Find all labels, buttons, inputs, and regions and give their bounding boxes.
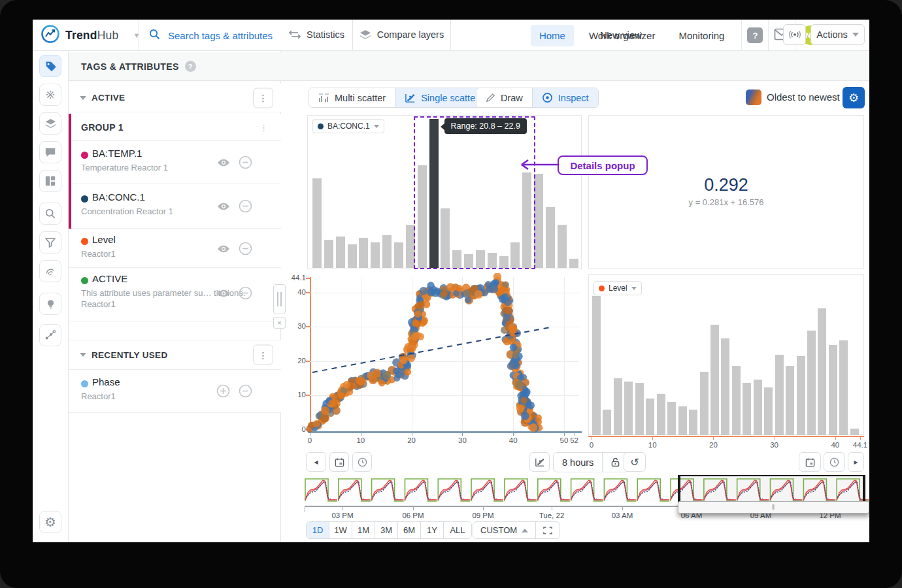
- range-6m-button[interactable]: 6M: [398, 522, 421, 538]
- histogram-bar[interactable]: [710, 325, 719, 435]
- histogram-bar[interactable]: [336, 237, 345, 268]
- y-histogram-tag-chip[interactable]: Level: [593, 281, 642, 295]
- histogram-bar[interactable]: [721, 338, 729, 435]
- range-1d-button[interactable]: 1D: [307, 522, 329, 538]
- histogram-bar[interactable]: [818, 308, 826, 435]
- histogram-bar[interactable]: [603, 410, 611, 435]
- visibility-eye-icon[interactable]: [217, 158, 230, 170]
- range-all-button[interactable]: ALL: [444, 522, 471, 538]
- brand-chevron-down-icon[interactable]: ▼: [133, 31, 140, 39]
- help-icon[interactable]: ?: [747, 27, 763, 43]
- visibility-eye-icon[interactable]: [217, 202, 230, 214]
- comments-icon[interactable]: [39, 141, 61, 163]
- settings-gear-icon[interactable]: ⚙: [39, 511, 61, 533]
- recommendations-bulb-icon[interactable]: [39, 293, 61, 315]
- histogram-bar[interactable]: [534, 174, 543, 268]
- fit-range-button[interactable]: [536, 522, 560, 538]
- remove-minus-icon[interactable]: [239, 242, 252, 258]
- tag-row-ba-temp-1[interactable]: BA:TEMP.1 Temperature Reactor 1: [69, 141, 281, 184]
- histogram-bar[interactable]: [678, 406, 687, 435]
- range-1w-button[interactable]: 1W: [329, 522, 352, 538]
- tag-row-active-attribute[interactable]: ACTIVE This attribute uses parameter su……: [69, 268, 281, 321]
- duration-value[interactable]: 8 hours: [554, 453, 603, 472]
- histogram-bar[interactable]: [764, 387, 773, 435]
- range-1m-button[interactable]: 1M: [352, 522, 375, 538]
- histogram-bar[interactable]: [324, 240, 333, 268]
- events-sparkle-icon[interactable]: [39, 84, 61, 106]
- remove-minus-icon[interactable]: [239, 155, 252, 172]
- histogram-bar[interactable]: [797, 356, 805, 435]
- remove-minus-icon[interactable]: [239, 199, 252, 216]
- histogram-bar[interactable]: [700, 372, 709, 435]
- search-tool-icon[interactable]: [39, 203, 61, 225]
- tag-row-ba-conc-1[interactable]: BA:CONC.1 Concentration Reactor 1: [69, 184, 281, 229]
- model-scatter-icon[interactable]: [39, 324, 61, 346]
- actions-button[interactable]: Actions: [810, 24, 865, 45]
- histogram-bar[interactable]: [829, 345, 837, 435]
- group-menu-button[interactable]: ⋮: [259, 122, 268, 132]
- histogram-bar[interactable]: [786, 366, 794, 435]
- histogram-bar[interactable]: [371, 242, 380, 268]
- histogram-bar[interactable]: [348, 244, 357, 268]
- histogram-bar[interactable]: [689, 410, 697, 435]
- histogram-bar[interactable]: [775, 355, 784, 435]
- histogram-bar[interactable]: [382, 235, 392, 268]
- histogram-selection-box[interactable]: [414, 116, 536, 269]
- histogram-bar[interactable]: [359, 238, 368, 268]
- filter-icon[interactable]: [39, 231, 61, 253]
- collapse-chevron-icon[interactable]: [80, 353, 86, 357]
- histogram-bar[interactable]: [839, 340, 848, 435]
- chart-settings-gear-button[interactable]: ⚙: [843, 87, 865, 108]
- histogram-bar[interactable]: [614, 378, 622, 435]
- visibility-eye-icon[interactable]: [217, 289, 230, 301]
- add-plus-icon[interactable]: [216, 384, 230, 400]
- tags-icon[interactable]: [39, 55, 61, 77]
- group-row[interactable]: GROUP 1 ⋮: [69, 114, 281, 141]
- range-1y-button[interactable]: 1Y: [421, 522, 444, 538]
- histogram-bar[interactable]: [592, 296, 601, 435]
- custom-range-button[interactable]: CUSTOM: [473, 522, 536, 538]
- histogram-bar[interactable]: [657, 394, 665, 435]
- histogram-bar[interactable]: [312, 178, 322, 268]
- range-3m-button[interactable]: 3M: [375, 522, 398, 538]
- sidebar-help-icon[interactable]: ?: [185, 61, 196, 72]
- histogram-bar[interactable]: [569, 259, 578, 268]
- start-time-button[interactable]: [352, 452, 372, 472]
- timeline-selection-window[interactable]: [678, 475, 865, 502]
- section-active[interactable]: ACTIVE ⋮: [69, 84, 281, 112]
- histogram-bar[interactable]: [558, 225, 567, 268]
- step-back-button[interactable]: ◂: [306, 452, 326, 472]
- inspect-button[interactable]: Inspect: [533, 88, 598, 107]
- scatter-time-mode-button[interactable]: [529, 452, 550, 472]
- x-histogram-tag-chip[interactable]: BA:CONC.1: [312, 119, 384, 133]
- single-scatter-button[interactable]: Single scatter: [395, 88, 488, 107]
- multi-scatter-button[interactable]: Multi scatter: [309, 88, 395, 107]
- timeline-selection-handle[interactable]: ‖: [678, 501, 869, 514]
- scatter-plot[interactable]: [305, 273, 586, 435]
- visibility-eye-icon[interactable]: [217, 244, 230, 256]
- histogram-bar[interactable]: [732, 366, 741, 435]
- active-section-menu-button[interactable]: ⋮: [253, 88, 273, 108]
- step-forward-button[interactable]: ▸: [848, 452, 864, 472]
- histogram-bar[interactable]: [624, 382, 633, 435]
- sidebar-resize-handle[interactable]: [273, 284, 286, 314]
- collapse-chevron-icon[interactable]: [80, 96, 86, 100]
- tag-row-level[interactable]: Level Reactor1: [69, 229, 281, 268]
- remove-minus-icon[interactable]: [239, 384, 252, 400]
- end-time-button[interactable]: [824, 452, 845, 472]
- histogram-bar[interactable]: [850, 429, 859, 435]
- tag-row-phase[interactable]: Phase Reactor1: [69, 370, 281, 413]
- live-broadcast-button[interactable]: [783, 24, 806, 45]
- histogram-bar[interactable]: [635, 383, 644, 435]
- recent-section-menu-button[interactable]: ⋮: [253, 345, 273, 365]
- histogram-bar[interactable]: [743, 383, 751, 435]
- sidebar-collapse-close-icon[interactable]: ×: [273, 317, 286, 329]
- section-recently-used[interactable]: RECENTLY USED ⋮: [69, 340, 281, 370]
- dashboard-icon[interactable]: [39, 170, 61, 192]
- brand-logo[interactable]: TrendHub ▼: [33, 20, 139, 51]
- histogram-bar[interactable]: [754, 380, 762, 435]
- layers-icon[interactable]: [39, 112, 61, 135]
- history-button[interactable]: ↺: [624, 452, 646, 472]
- statistics-button[interactable]: Statistics: [281, 20, 353, 50]
- histogram-bar[interactable]: [807, 331, 816, 435]
